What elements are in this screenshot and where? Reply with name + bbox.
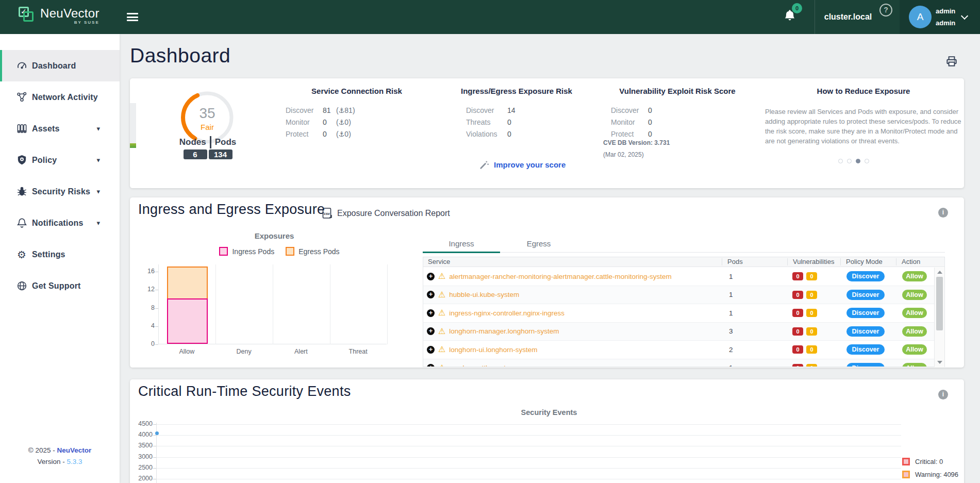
- chevron-down-icon: ▾: [96, 219, 100, 227]
- tab-egress[interactable]: Egress: [500, 235, 577, 253]
- tab-ingress[interactable]: Ingress: [423, 235, 500, 253]
- data-point: [155, 431, 159, 435]
- vuln-high-badge: 0: [792, 345, 803, 354]
- user-role: admin: [936, 17, 955, 29]
- security-events-card: Critical Run-Time Security Events i Secu…: [130, 379, 964, 483]
- y-axis-label: 4500: [131, 420, 153, 427]
- pods-count: 2: [722, 346, 787, 354]
- action-button[interactable]: Allow: [902, 363, 927, 367]
- service-link[interactable]: longhorn-manager.longhorn-system: [449, 327, 559, 335]
- vuln-medium-badge: 0: [806, 327, 817, 336]
- policy-mode-button[interactable]: Discover: [846, 363, 885, 367]
- service-link[interactable]: ingress-nginx-controller.nginx-ingress: [449, 309, 564, 317]
- sidebar-item-dashboard[interactable]: Dashboard: [0, 50, 120, 81]
- sidebar-item-settings[interactable]: ⚙ Settings: [0, 239, 120, 270]
- sidebar-item-label: Network Activity: [32, 93, 98, 102]
- action-button[interactable]: Allow: [902, 326, 927, 337]
- action-button[interactable]: Allow: [902, 271, 927, 281]
- policy-mode-button[interactable]: Discover: [846, 308, 885, 318]
- warning-icon: ⚠: [438, 309, 445, 317]
- ingress-pods-swatch: [219, 247, 228, 256]
- user-menu[interactable]: A admin admin: [900, 0, 980, 34]
- help-icon[interactable]: ?: [879, 4, 892, 16]
- print-icon[interactable]: [944, 55, 959, 68]
- sidebar-item-label: Assets: [32, 124, 60, 134]
- service-link[interactable]: hubble-ui.kube-system: [449, 291, 519, 298]
- gridline: [330, 264, 330, 344]
- avatar: A: [909, 6, 932, 28]
- shield-icon: [15, 154, 28, 166]
- cluster-selector[interactable]: cluster.local: [818, 12, 878, 22]
- action-button[interactable]: Allow: [902, 308, 927, 318]
- scroll-down-icon[interactable]: [937, 361, 942, 364]
- y-axis-label: 3000: [131, 453, 153, 460]
- carousel-dot[interactable]: [838, 159, 843, 163]
- vuln-medium-badge: 0: [806, 345, 817, 354]
- bug-icon: [15, 186, 28, 198]
- carousel-dot[interactable]: [856, 159, 860, 163]
- table-scrollbar[interactable]: [934, 268, 944, 367]
- scrollbar-thumb[interactable]: [936, 277, 943, 330]
- expand-row-icon[interactable]: +: [427, 291, 435, 298]
- column-header-service: Service: [423, 258, 722, 265]
- policy-mode-button[interactable]: Discover: [846, 271, 885, 281]
- sidebar-item-label: Dashboard: [32, 61, 76, 71]
- chevron-down-icon: ▾: [96, 156, 100, 164]
- y-axis-label: 2000: [131, 475, 153, 482]
- bell-outline-icon: [15, 217, 28, 229]
- x-axis-label: Alert: [273, 348, 330, 355]
- legend-critical: Critical: 0: [902, 458, 943, 465]
- user-name: admin: [936, 5, 955, 17]
- neuvector-footer-link[interactable]: NeuVector: [57, 446, 91, 454]
- y-axis-label: 12: [134, 286, 155, 293]
- version-link[interactable]: 5.3.3: [67, 458, 82, 465]
- y-axis-label: 16: [134, 268, 155, 275]
- expand-row-icon[interactable]: +: [427, 364, 435, 367]
- y-axis-label: 2500: [131, 464, 153, 471]
- sidebar-item-get-support[interactable]: Get Support: [0, 270, 120, 302]
- action-button[interactable]: Allow: [902, 290, 927, 300]
- policy-mode-button[interactable]: Discover: [846, 326, 885, 337]
- service-link[interactable]: rancher.cattle-system: [449, 364, 515, 367]
- neuvector-dashboard-screen: ✓ NeuVector BY SUSE 0 cluster.local ? A …: [0, 0, 980, 483]
- gridline: [157, 446, 901, 446]
- exposure-table-body: + ⚠ alertmanager-rancher-monitoring-aler…: [423, 268, 945, 367]
- top-navbar: ✓ NeuVector BY SUSE 0 cluster.local ? A …: [0, 0, 980, 34]
- info-icon[interactable]: i: [938, 208, 948, 218]
- cve-db-version: CVE DB Version: 3.731: [603, 139, 670, 146]
- security-events-chart-title: Security Events: [472, 408, 626, 417]
- sidebar-item-security-risks[interactable]: Security Risks ▾: [0, 176, 120, 207]
- vuln-high-badge: 0: [792, 364, 803, 367]
- gridline: [215, 264, 216, 344]
- improve-score-link[interactable]: Improve your score: [479, 160, 566, 170]
- x-axis-label: Threat: [329, 348, 387, 355]
- service-link[interactable]: alertmanager-rancher-monitoring-alertman…: [449, 273, 671, 280]
- expand-row-icon[interactable]: +: [427, 309, 435, 317]
- policy-mode-button[interactable]: Discover: [846, 290, 885, 300]
- expand-row-icon[interactable]: +: [427, 346, 435, 354]
- table-row: + ⚠ alertmanager-rancher-monitoring-aler…: [423, 268, 945, 286]
- column-header-policy-mode: Policy Mode: [840, 258, 896, 265]
- exposure-report-link[interactable]: csv Exposure Conversation Report: [322, 207, 450, 220]
- sidebar-item-network-activity[interactable]: Network Activity: [0, 81, 120, 113]
- expand-row-icon[interactable]: +: [427, 327, 435, 335]
- scroll-up-icon[interactable]: [937, 271, 942, 274]
- policy-mode-button[interactable]: Discover: [846, 344, 885, 355]
- bar-segment-ingress-pods: [167, 298, 208, 344]
- notifications-bell[interactable]: 0: [783, 8, 804, 29]
- service-link[interactable]: longhorn-ui.longhorn-system: [449, 346, 537, 354]
- menu-toggle-icon[interactable]: [127, 13, 138, 21]
- vuln-high-badge: 0: [792, 272, 803, 280]
- carousel-dot[interactable]: [865, 159, 869, 163]
- table-row: + ⚠ hubble-ui.kube-system 1 0 0 Discover…: [423, 286, 945, 305]
- info-icon[interactable]: i: [938, 390, 948, 399]
- sidebar-item-policy[interactable]: Policy ▾: [0, 144, 120, 176]
- warning-icon: ⚠: [438, 272, 445, 280]
- expand-row-icon[interactable]: +: [427, 273, 435, 280]
- action-button[interactable]: Allow: [902, 344, 927, 355]
- carousel-dot[interactable]: [847, 159, 852, 163]
- gridline: [157, 468, 901, 469]
- sidebar-item-assets[interactable]: Assets ▾: [0, 113, 120, 144]
- sidebar-item-notifications[interactable]: Notifications ▾: [0, 207, 120, 239]
- vuln-high-badge: 0: [792, 291, 803, 299]
